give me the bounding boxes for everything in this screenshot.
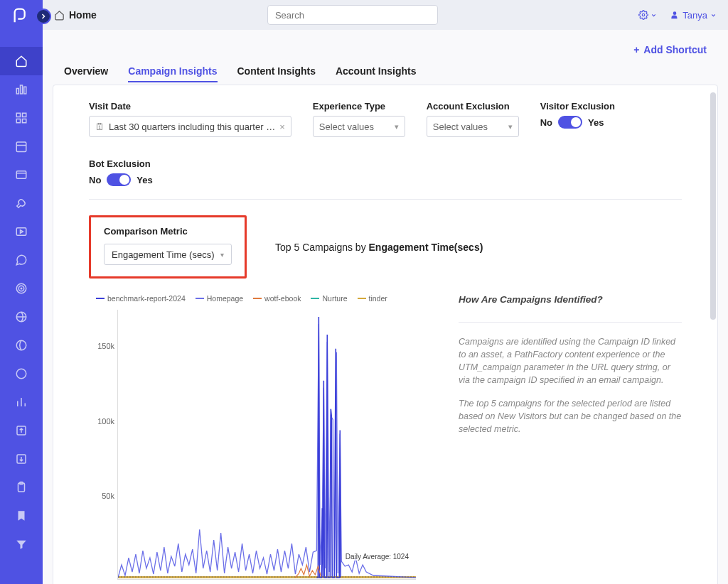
filter-visitor-exclusion: Visitor Exclusion No Yes (540, 101, 615, 137)
visitor-exclusion-label: Visitor Exclusion (540, 101, 615, 112)
daily-average-label: Daily Average: 1024 (346, 553, 409, 561)
chart-svg (118, 310, 416, 579)
chevron-down-icon (651, 12, 657, 18)
bot-exclusion-no: No (89, 175, 101, 185)
add-shortcut-button[interactable]: + Add Shortcut (633, 44, 707, 55)
legend-item[interactable]: benchmark-report-2024 (96, 294, 186, 303)
svg-rect-6 (23, 119, 26, 123)
search-container (267, 5, 438, 25)
y-tick: 150k (97, 342, 114, 350)
nav-calendar[interactable] (0, 132, 43, 161)
tab-overview[interactable]: Overview (64, 61, 108, 82)
chart-legend: benchmark-report-2024 Homepage wotf-eboo… (96, 294, 430, 303)
divider (459, 322, 682, 323)
info-paragraph: Campaigns are identified using the Campa… (459, 335, 682, 387)
chart-column: benchmark-report-2024 Homepage wotf-eboo… (89, 291, 430, 584)
legend-item[interactable]: tinder (358, 294, 387, 303)
sidebar-expand-button[interactable] (36, 9, 51, 24)
nav-grid[interactable] (0, 104, 43, 132)
chart-title: Top 5 Campaigns by Engagement Time(secs) (275, 242, 483, 253)
tab-campaign-insights[interactable]: Campaign Insights (128, 61, 217, 82)
account-exclusion-label: Account Exclusion (427, 101, 519, 112)
legend-item[interactable]: Nurture (311, 294, 347, 303)
tab-content-insights[interactable]: Content Insights (237, 61, 316, 82)
user-menu[interactable]: Tanya (670, 10, 717, 21)
panel-scrollbar[interactable] (710, 92, 716, 320)
visit-date-select[interactable]: 🗓 Last 30 quarters including this quarte… (89, 116, 291, 137)
svg-point-15 (21, 288, 22, 289)
nav-window[interactable] (0, 161, 43, 189)
top-bar: Home Tanya (43, 0, 728, 30)
nav-target[interactable] (0, 274, 43, 303)
search-input[interactable] (267, 5, 438, 25)
nav-home[interactable] (0, 47, 43, 75)
calendar-icon: 🗓 (95, 121, 105, 132)
nav-filter[interactable] (0, 530, 43, 558)
account-exclusion-select[interactable]: Select values ▾ (427, 116, 519, 137)
nav-chat[interactable] (0, 246, 43, 274)
svg-rect-1 (21, 85, 23, 94)
svg-rect-7 (16, 142, 26, 152)
experience-type-placeholder: Select values (319, 121, 374, 132)
legend-item[interactable]: wotf-ebook (253, 294, 301, 303)
bot-exclusion-yes: Yes (136, 175, 152, 185)
nav-bars[interactable] (0, 388, 43, 416)
chevron-down-icon: ▾ (395, 122, 399, 131)
svg-point-27 (673, 11, 677, 15)
y-tick: 50k (102, 492, 114, 500)
comparison-metric-highlight: Comparison Metric Engagement Time (secs)… (89, 215, 247, 279)
nav-globe1[interactable] (0, 303, 43, 331)
nav-media[interactable] (0, 217, 43, 246)
svg-rect-2 (24, 87, 26, 94)
nav-bookmark[interactable] (0, 502, 43, 530)
settings-dropdown[interactable] (638, 10, 657, 20)
nav-tools[interactable] (0, 189, 43, 217)
visit-date-value: Last 30 quarters including this quarter … (109, 121, 275, 132)
account-exclusion-placeholder: Select values (433, 121, 488, 132)
svg-rect-4 (23, 113, 26, 117)
svg-rect-0 (16, 89, 18, 94)
experience-type-select[interactable]: Select values ▾ (313, 116, 405, 137)
tabs: Overview Campaign Insights Content Insig… (43, 61, 728, 83)
svg-point-17 (16, 340, 26, 350)
comparison-metric-value: Engagement Time (secs) (112, 249, 215, 260)
y-axis: 150k 100k 50k (89, 310, 117, 580)
home-icon (54, 10, 65, 21)
breadcrumb-label: Home (69, 9, 97, 21)
chevron-down-icon (710, 12, 717, 18)
plus-icon: + (633, 44, 639, 55)
comparison-metric-label: Comparison Metric (104, 226, 232, 237)
svg-point-26 (643, 13, 646, 16)
legend-item[interactable]: Homepage (196, 294, 243, 303)
bot-exclusion-toggle[interactable] (107, 173, 131, 186)
info-paragraph: The top 5 campaigns for the selected per… (459, 397, 682, 436)
nav-export[interactable] (0, 416, 43, 445)
filters-row: Visit Date 🗓 Last 30 quarters including … (89, 101, 682, 200)
visit-date-label: Visit Date (89, 101, 291, 112)
user-icon (670, 10, 680, 20)
tab-account-insights[interactable]: Account Insights (336, 61, 417, 82)
visitor-exclusion-toggle[interactable] (558, 116, 582, 129)
clear-visit-date[interactable]: × (279, 121, 285, 132)
nav-import[interactable] (0, 445, 43, 473)
bot-exclusion-label: Bot Exclusion (89, 158, 153, 169)
filter-bot-exclusion: Bot Exclusion No Yes (89, 158, 153, 186)
add-shortcut-label: Add Shortcut (643, 44, 707, 55)
app-logo (11, 6, 31, 26)
user-name: Tanya (682, 10, 707, 21)
svg-rect-5 (16, 119, 20, 123)
svg-rect-9 (16, 171, 26, 179)
main-content: + Add Shortcut Overview Campaign Insight… (43, 30, 728, 584)
nav-globe3[interactable] (0, 359, 43, 388)
info-heading: How Are Campaigns Identified? (459, 294, 682, 305)
svg-rect-11 (16, 228, 26, 236)
chevron-down-icon: ▾ (220, 251, 224, 259)
y-tick: 100k (97, 417, 114, 426)
nav-analytics[interactable] (0, 75, 43, 104)
nav-globe2[interactable] (0, 331, 43, 359)
nav-clipboard[interactable] (0, 473, 43, 502)
filter-visit-date: Visit Date 🗓 Last 30 quarters including … (89, 101, 291, 137)
svg-rect-3 (16, 113, 20, 117)
gear-icon (638, 10, 648, 20)
comparison-metric-select[interactable]: Engagement Time (secs) ▾ (104, 244, 232, 265)
